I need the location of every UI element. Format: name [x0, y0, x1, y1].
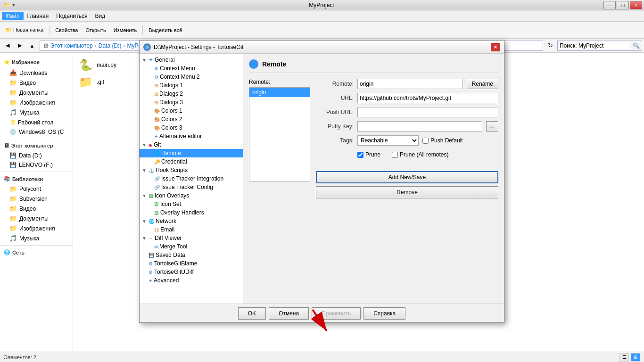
- sidebar-item-desktop[interactable]: 🖥 Рабочий стол: [0, 117, 73, 127]
- menu-view[interactable]: Вид: [91, 12, 109, 20]
- tree-item-email[interactable]: @ Email: [140, 225, 243, 234]
- tree-item-credential[interactable]: 🔑 Credential: [140, 157, 243, 166]
- tree-item-blame[interactable]: ⚙ TortoiseGitBlame: [140, 259, 243, 268]
- help-button[interactable]: Справка: [363, 307, 405, 320]
- prune-all-checkbox[interactable]: [392, 152, 398, 158]
- url-label: URL:: [316, 95, 354, 101]
- sidebar-item-downloads[interactable]: 📥 Downloads: [0, 68, 73, 78]
- tree-item-advanced[interactable]: ✦ Advanced: [140, 276, 243, 285]
- action-buttons: Add New/Save Remove: [316, 171, 498, 198]
- remove-button[interactable]: Remove: [316, 186, 498, 198]
- sidebar-item-images1[interactable]: 📁 Изображения: [0, 98, 73, 107]
- tree-item-context-menu[interactable]: ⚙ Context Menu: [140, 64, 243, 73]
- dialog-close-button[interactable]: ×: [491, 43, 500, 51]
- toolbar-new-folder[interactable]: 📁 Новая папка: [2, 24, 47, 37]
- network-header[interactable]: 🌐 Сеть: [0, 247, 73, 257]
- tree-item-dialogs-1[interactable]: ⊞ Dialogs 1: [140, 81, 243, 90]
- tree-item-colors-1[interactable]: 🎨 Colors 1: [140, 107, 243, 115]
- putty-key-input[interactable]: [357, 121, 482, 132]
- apply-button[interactable]: Применить: [312, 307, 361, 320]
- content-section-title: Remote: [262, 60, 286, 68]
- sidebar-item-images2[interactable]: 📁 Изображения: [0, 223, 73, 233]
- back-button[interactable]: ◀: [2, 41, 13, 51]
- libraries-header[interactable]: 📚 Библиотеки: [0, 174, 73, 184]
- sidebar-item-data-d[interactable]: 💾 Data (D:): [0, 151, 73, 160]
- push-url-input[interactable]: [357, 107, 498, 117]
- prune-checkbox[interactable]: [357, 152, 363, 158]
- putty-key-browse-button[interactable]: ...: [486, 121, 498, 132]
- tree-item-colors-2[interactable]: 🎨 Colors 2: [140, 115, 243, 123]
- dialog-content-panel: 🌐 Remote Remote: origin: [243, 54, 504, 304]
- cancel-button[interactable]: Отмена: [269, 307, 309, 320]
- menu-share[interactable]: Поделиться: [52, 12, 91, 20]
- list-view-btn[interactable]: ☰: [619, 353, 629, 362]
- tree-item-git[interactable]: ▼ ◆ Git: [140, 140, 243, 149]
- grid-view-btn[interactable]: ⊞: [631, 353, 640, 362]
- tags-dropdown[interactable]: Reachable All None: [357, 135, 419, 146]
- menu-file[interactable]: Файл: [2, 12, 24, 20]
- push-default-checkbox[interactable]: [422, 138, 429, 144]
- sidebar-item-music2[interactable]: 🎵 Музыка: [0, 233, 73, 243]
- path-computer[interactable]: Этот компьютер: [50, 42, 93, 49]
- sidebar-item-video1[interactable]: 📁 Видео: [0, 78, 73, 88]
- prune-checkbox-label[interactable]: Prune: [357, 151, 380, 158]
- push-default-label: Push Default: [430, 137, 463, 144]
- sidebar-item-lenovo[interactable]: 💾 LENOVO (F:): [0, 160, 73, 170]
- tree-item-dialogs-3[interactable]: ⊞ Dialogs 3: [140, 98, 243, 107]
- tree-item-issue-tracker-conf[interactable]: 🔗 Issue Tracker Config: [140, 183, 243, 191]
- tree-item-diff-viewer[interactable]: ▼ ↔ Diff Viewer: [140, 234, 243, 242]
- tree-item-dialogs-2[interactable]: ⊞ Dialogs 2: [140, 90, 243, 98]
- sidebar-item-label: Документы: [19, 215, 49, 222]
- up-button[interactable]: ▲: [26, 41, 38, 51]
- search-box[interactable]: 🔍: [557, 41, 642, 51]
- sidebar-item-docs2[interactable]: 📁 Документы: [0, 214, 73, 223]
- refresh-button[interactable]: ↻: [545, 41, 555, 51]
- sidebar-item-label: Data (D:): [19, 152, 42, 159]
- tree-item-context-menu-2[interactable]: ⚙ Context Menu 2: [140, 73, 243, 81]
- network-icon: 🌐: [149, 219, 154, 224]
- prune-all-checkbox-label[interactable]: Prune (All remotes): [392, 151, 448, 158]
- tree-item-general[interactable]: ▼ ✦ General: [140, 56, 243, 64]
- tree-item-overlay-handlers[interactable]: 🖼 Overlay Handlers: [140, 208, 243, 217]
- search-input[interactable]: [560, 42, 630, 49]
- toolbar-select-all[interactable]: Выделить всё: [145, 24, 185, 37]
- url-input[interactable]: [357, 93, 498, 103]
- tree-item-issue-tracker-int[interactable]: 🔗 Issue Tracker Integration: [140, 174, 243, 183]
- tree-item-colors-3[interactable]: 🎨 Colors 3: [140, 123, 243, 132]
- tree-item-network[interactable]: ▼ 🌐 Network: [140, 217, 243, 225]
- ok-button[interactable]: OK: [238, 307, 266, 320]
- remote-name-input[interactable]: [357, 79, 463, 89]
- tree-item-remote[interactable]: 🌐 Remote: [140, 149, 243, 157]
- sidebar-item-music1[interactable]: 🎵 Музыка: [0, 107, 73, 117]
- tree-item-merge-tool[interactable]: ⇌ Merge Tool: [140, 242, 243, 251]
- minimize-button[interactable]: —: [603, 1, 616, 9]
- rename-button[interactable]: Rename: [467, 79, 498, 89]
- tree-item-udiff[interactable]: ⚙ TortoiseGitUDiff: [140, 268, 243, 276]
- toolbar-properties[interactable]: Свойства: [52, 24, 81, 37]
- sidebar-item-subversion[interactable]: 📁 Subversion: [0, 194, 73, 204]
- tree-item-icon-overlays[interactable]: ▼ 🖼 Icon Overlays: [140, 191, 243, 200]
- push-default-checkbox-label[interactable]: Push Default: [422, 137, 463, 144]
- add-save-button[interactable]: Add New/Save: [316, 171, 498, 183]
- menu-home[interactable]: Главная: [24, 12, 53, 20]
- tree-label: Icon Overlays: [155, 192, 189, 199]
- toolbar-open[interactable]: Открыть: [82, 24, 109, 37]
- sidebar-item-docs1[interactable]: 📁 Документы: [0, 88, 73, 98]
- path-drive[interactable]: Data (D:): [99, 42, 122, 49]
- favorites-header[interactable]: ★ Избранное: [0, 57, 73, 68]
- computer-header[interactable]: 🖥 Этот компьютер: [0, 140, 73, 151]
- sidebar-item-windows[interactable]: 💿 Windows8_OS (C: [0, 127, 73, 137]
- sidebar-item-polycont[interactable]: 📁 Polycont: [0, 184, 73, 194]
- tree-item-saved-data[interactable]: 💾 Saved Data: [140, 251, 243, 259]
- forward-button[interactable]: ▶: [14, 41, 25, 51]
- toolbar-edit[interactable]: Изменить: [110, 24, 140, 37]
- remote-list[interactable]: origin: [249, 87, 310, 181]
- remote-list-item-origin[interactable]: origin: [249, 88, 310, 97]
- tree-item-icon-set[interactable]: 🖼 Icon Set: [140, 200, 243, 208]
- tree-item-hook-scripts[interactable]: ▼ ⚓ Hook Scripts: [140, 166, 243, 174]
- sidebar-item-video2[interactable]: 📁 Видео: [0, 204, 73, 214]
- drive-icon: 💿: [9, 129, 17, 135]
- tree-item-alt-editor[interactable]: ✦ Alternative editor: [140, 132, 243, 140]
- window-close-button[interactable]: ×: [630, 1, 642, 9]
- maximize-button[interactable]: □: [617, 1, 629, 9]
